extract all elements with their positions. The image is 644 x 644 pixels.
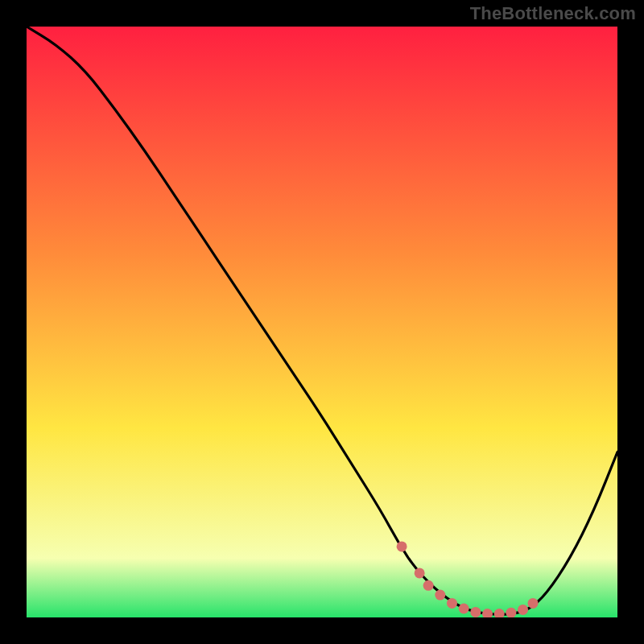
flat-dot [415,568,425,578]
chart-svg [27,27,617,617]
gradient-background [27,27,617,617]
flat-dot [397,541,407,551]
chart-plot-area [27,27,617,617]
flat-dot [518,605,528,615]
chart-frame: TheBottleneck.com [0,0,644,644]
flat-dot [459,603,469,613]
flat-dot [435,590,445,601]
flat-dot [423,580,434,591]
attribution-text: TheBottleneck.com [470,3,636,24]
flat-dot [528,598,539,609]
flat-dot [470,607,481,617]
flat-dot [447,598,457,609]
